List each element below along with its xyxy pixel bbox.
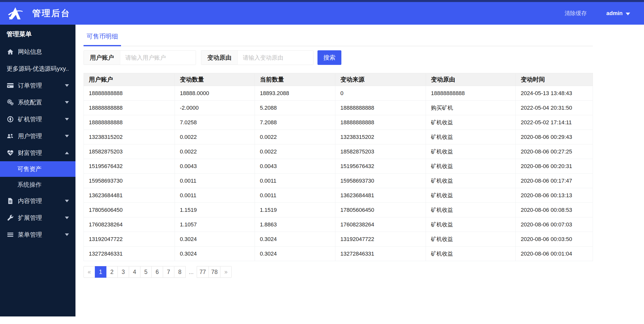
table-cell: 2020-08-06 00:29:43 [516, 130, 593, 144]
column-header-account: 用户账户 [84, 73, 175, 86]
pagination-page-button[interactable]: 6 [151, 266, 163, 278]
table-cell: 2020-08-06 00:17:47 [516, 174, 593, 188]
table-cell: 矿机收益 [426, 144, 516, 159]
users-icon [7, 132, 14, 140]
pagination-page-button[interactable]: 3 [117, 266, 129, 278]
table-cell: 矿机收益 [426, 115, 516, 130]
table-cell: 0.0043 [175, 159, 255, 174]
table-cell: 2020-08-06 00:27:25 [516, 144, 593, 159]
pagination-page-button[interactable]: 7 [163, 266, 174, 278]
table-cell: 18582875203 [84, 144, 175, 159]
app-header: 管理后台 清除缓存 admin [0, 2, 644, 25]
table-cell: 5.2088 [255, 101, 335, 115]
table-cell: 矿机收益 [426, 217, 516, 232]
table-cell: 矿机收益 [426, 247, 516, 261]
table-row: 17805606450 1.1519 1.1519 17805606450 矿机… [84, 203, 593, 217]
sidebar-item-website-info[interactable]: 网站信息 [0, 43, 75, 60]
table-cell: 1.1519 [175, 203, 255, 217]
username: admin [606, 10, 623, 17]
user-menu[interactable]: admin [606, 10, 630, 17]
table-cell: 15958693730 [335, 174, 426, 188]
sidebar-item-more-source[interactable]: 更多源码-优选源码yxy... [0, 60, 75, 77]
tab-bar: 可售币明细 [84, 25, 593, 46]
pagination-page-button[interactable]: 8 [174, 266, 186, 278]
table-cell: 0.0022 [255, 144, 335, 159]
main-content: 可售币明细 用户账户 变动原由 搜索 用户账户 变动数量 当前数量 变动来源 [75, 25, 644, 278]
account-search-group: 用户账户 [84, 50, 196, 65]
table-row: 18888888888 18888.0000 18893.2088 0 1888… [84, 86, 593, 101]
table-cell: 0.0022 [175, 144, 255, 159]
table-cell: 1.8863 [255, 217, 335, 232]
pagination-page-button[interactable]: 4 [129, 266, 140, 278]
reason-input[interactable] [238, 51, 313, 65]
sidebar-item-menu-management[interactable]: 菜单管理 [0, 226, 75, 243]
table-cell: 矿机收益 [426, 174, 516, 188]
pagination-page-button[interactable]: 5 [140, 266, 152, 278]
table-row: 13623684481 0.0011 0.0011 13623684481 矿机… [84, 188, 593, 203]
sidebar-subitem-system-operation[interactable]: 系统操作 [0, 177, 75, 192]
table-cell: 2020-08-06 00:01:04 [516, 247, 593, 261]
search-button[interactable]: 搜索 [317, 50, 341, 65]
pagination-next-button[interactable]: » [220, 266, 232, 278]
page-layout: 管理菜单 网站信息 更多源码-优选源码yxy... 订单管理 系统配置 [0, 25, 644, 324]
chevron-up-icon [65, 152, 69, 154]
gears-icon [7, 99, 14, 106]
chevron-down-icon [65, 84, 69, 87]
sidebar-item-extension-management[interactable]: 扩展管理 [0, 209, 75, 226]
table-cell: 13623684481 [84, 188, 175, 203]
table-cell: 2022-05-04 20:31:50 [516, 101, 593, 115]
table-cell: -2.0000 [175, 101, 255, 115]
table-cell: 0 [335, 86, 426, 101]
sidebar-item-wealth-management[interactable]: 财富管理 [0, 144, 75, 161]
table-cell: 18888888888 [335, 101, 426, 115]
table-cell: 1.1519 [255, 203, 335, 217]
table-cell: 2022-05-02 17:14:11 [516, 115, 593, 130]
table-cell: 15195676432 [84, 159, 175, 174]
heartbeat-icon [7, 149, 14, 157]
tab-sellable-coin-detail[interactable]: 可售币明细 [84, 25, 121, 46]
table-cell: 7.2088 [255, 115, 335, 130]
table-cell: 18888888888 [84, 101, 175, 115]
table-header: 用户账户 变动数量 当前数量 变动来源 变动原由 变动时间 [84, 73, 593, 86]
sidebar-item-miner-management[interactable]: 矿机管理 [0, 111, 75, 128]
table-cell: 18582875203 [335, 144, 426, 159]
pagination: « 1 2 3 4 5 6 7 8 ... 77 78 » [84, 266, 593, 278]
chevron-down-icon [626, 13, 630, 15]
asset-detail-table: 用户账户 变动数量 当前数量 变动来源 变动原由 变动时间 1888888888… [84, 73, 593, 261]
table-cell: 0.3024 [175, 247, 255, 261]
clear-cache-button[interactable]: 清除缓存 [565, 10, 587, 17]
reason-search-group: 变动原由 [201, 50, 313, 65]
table-cell: 13623684481 [335, 188, 426, 203]
pagination-page-button[interactable]: 77 [197, 266, 209, 278]
table-cell: 13192047722 [335, 232, 426, 247]
chevron-down-icon [65, 101, 69, 104]
pagination-page-button[interactable]: 78 [209, 266, 221, 278]
table-cell: 0.0011 [175, 174, 255, 188]
account-input[interactable] [120, 51, 196, 65]
table-cell: 矿机收益 [426, 203, 516, 217]
list-icon [7, 231, 14, 238]
account-label: 用户账户 [84, 51, 120, 65]
sidebar-item-order-management[interactable]: 订单管理 [0, 77, 75, 94]
pagination-ellipsis: ... [185, 266, 197, 278]
reason-label: 变动原由 [201, 51, 238, 65]
pagination-page-button[interactable]: 1 [95, 266, 106, 278]
search-form: 用户账户 变动原由 搜索 [84, 50, 593, 65]
sidebar-item-user-management[interactable]: 用户管理 [0, 128, 75, 144]
table-cell: 矿机收益 [426, 232, 516, 247]
sidebar: 管理菜单 网站信息 更多源码-优选源码yxy... 订单管理 系统配置 [0, 25, 75, 316]
table-cell: 18888888888 [84, 86, 175, 101]
app-logo-icon [8, 6, 23, 20]
pagination-prev-button[interactable]: « [84, 266, 95, 278]
sidebar-item-content-management[interactable]: 内容管理 [0, 192, 75, 209]
table-cell: 0.0011 [255, 188, 335, 203]
chevron-down-icon [65, 200, 69, 202]
sidebar-subitem-sellable-assets[interactable]: 可售资产 [0, 161, 75, 177]
window-top-strip [0, 0, 644, 2]
sidebar-item-system-config[interactable]: 系统配置 [0, 94, 75, 111]
table-cell: 矿机收益 [426, 188, 516, 203]
table-cell: 0.0011 [255, 174, 335, 188]
table-cell: 13272846331 [84, 247, 175, 261]
table-cell: 0.3024 [255, 232, 335, 247]
pagination-page-button[interactable]: 2 [106, 266, 118, 278]
